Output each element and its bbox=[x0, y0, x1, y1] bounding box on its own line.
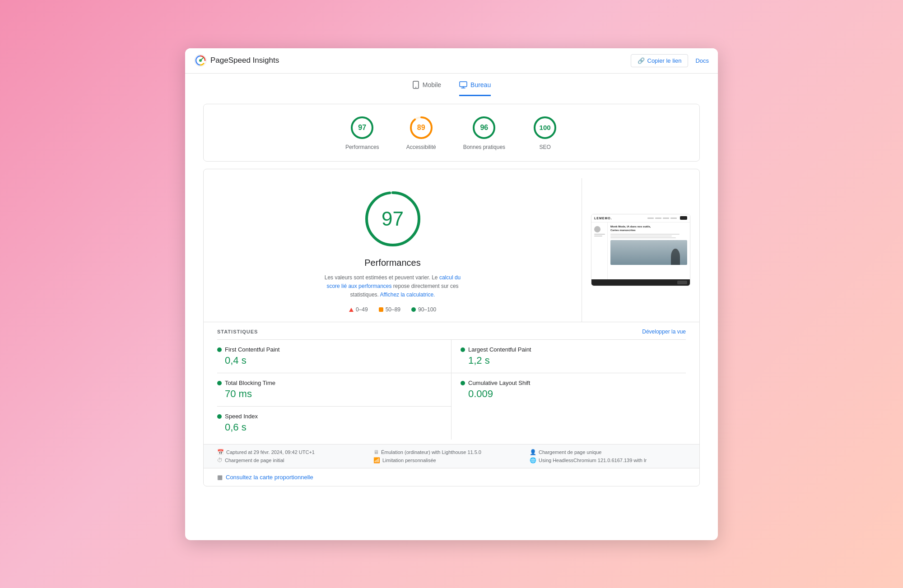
score-label-seo: SEO bbox=[539, 144, 550, 150]
site-author-lines bbox=[594, 234, 605, 236]
tab-mobile-label: Mobile bbox=[423, 81, 441, 88]
calendar-icon: 📅 bbox=[217, 449, 224, 455]
author-line-2 bbox=[594, 236, 602, 236]
stats-title: STATISTIQUES bbox=[217, 329, 258, 334]
stat-cls-label-row: Cumulative Layout Shift bbox=[461, 380, 686, 386]
score-value-seo: 100 bbox=[540, 124, 551, 131]
mobile-icon bbox=[412, 81, 419, 89]
score-circle-seo: 100 bbox=[532, 115, 558, 140]
author-line-1 bbox=[594, 234, 605, 235]
svg-point-4 bbox=[415, 87, 416, 88]
docs-button[interactable]: Docs bbox=[695, 57, 709, 64]
stat-tbt-label-row: Total Blocking Time bbox=[217, 380, 442, 386]
stat-tbt: Total Blocking Time 70 ms bbox=[217, 373, 452, 406]
site-main: Monk Mode, IA dans nos outils,Cartes man… bbox=[608, 222, 690, 279]
bottom-spacer bbox=[185, 486, 718, 495]
clock-icon: ⏱ bbox=[217, 457, 223, 463]
stat-fcp-label-row: First Contentful Paint bbox=[217, 346, 442, 353]
perf-title: Performances bbox=[364, 258, 421, 268]
scores-card: 97 Performances 89 Accessibilité bbox=[203, 104, 700, 162]
meta-load-type: 👤 Chargement de page unique bbox=[530, 449, 686, 455]
stat-si-dot bbox=[217, 414, 222, 419]
stat-si: Speed Index 0,6 s bbox=[217, 406, 452, 440]
copy-link-button[interactable]: 🔗 Copier le lien bbox=[631, 54, 689, 67]
nav-link-1 bbox=[647, 218, 654, 219]
legend-green: 90–100 bbox=[411, 306, 436, 313]
meta-page-load-text: Chargement de page initial bbox=[225, 458, 284, 463]
legend-red-label: 0–49 bbox=[356, 306, 368, 313]
score-seo[interactable]: 100 SEO bbox=[532, 115, 558, 150]
site-sidebar bbox=[591, 222, 608, 279]
treemap-link[interactable]: Consultez la carte proportionnelle bbox=[226, 474, 313, 481]
copy-link-label: Copier le lien bbox=[647, 57, 682, 64]
tab-mobile[interactable]: Mobile bbox=[412, 81, 441, 97]
app-title: PageSpeed Insights bbox=[210, 56, 279, 65]
legend-orange: 50–89 bbox=[379, 306, 400, 313]
site-avatar bbox=[594, 226, 600, 232]
site-image-figure bbox=[671, 249, 680, 265]
detail-card: 97 Performances Les valeurs sont estimée… bbox=[203, 169, 700, 487]
stat-lcp-label-row: Largest Contentful Paint bbox=[461, 346, 686, 353]
score-circle-performances: 97 bbox=[349, 115, 375, 140]
meta-browser: 🌐 Using HeadlessChromium 121.0.6167.139 … bbox=[530, 457, 686, 463]
main-window: PageSpeed Insights 🔗 Copier le lien Docs… bbox=[185, 48, 718, 540]
meta-network: 📶 Limitation personnalisée bbox=[373, 457, 530, 463]
pagespeed-logo-icon bbox=[194, 54, 207, 67]
site-image bbox=[610, 240, 687, 265]
score-circle-bonnes-pratiques: 96 bbox=[471, 115, 497, 140]
stats-grid: First Contentful Paint 0,4 s Largest Con… bbox=[217, 339, 686, 440]
score-performances[interactable]: 97 Performances bbox=[345, 115, 379, 150]
monitor-icon: 🖥 bbox=[373, 449, 379, 455]
stat-tbt-dot bbox=[217, 381, 222, 385]
score-bonnes-pratiques[interactable]: 96 Bonnes pratiques bbox=[463, 115, 505, 150]
tab-bureau[interactable]: Bureau bbox=[459, 81, 491, 96]
meta-page-load: ⏱ Chargement de page initial bbox=[217, 457, 373, 463]
score-value-accessibilite: 89 bbox=[417, 124, 425, 132]
green-dot-icon bbox=[411, 307, 416, 312]
site-footer-btn bbox=[677, 281, 687, 284]
perf-description: Les valeurs sont estimées et peuvent var… bbox=[321, 273, 465, 300]
site-logo: LEMEMO. bbox=[594, 217, 612, 220]
tabs-bar: Mobile Bureau bbox=[185, 74, 718, 97]
site-footer bbox=[591, 279, 690, 286]
header-actions: 🔗 Copier le lien Docs bbox=[631, 54, 709, 67]
content-area[interactable]: Mobile Bureau 97 bbox=[185, 74, 718, 540]
big-score-circle: 97 bbox=[361, 187, 424, 250]
site-nav-cta-btn bbox=[680, 216, 687, 220]
detail-top: 97 Performances Les valeurs sont estimée… bbox=[204, 178, 699, 322]
meta-load-type-text: Chargement de page unique bbox=[539, 449, 601, 455]
expand-button[interactable]: Développer la vue bbox=[642, 329, 686, 335]
meta-browser-text: Using HeadlessChromium 121.0.6167.139 wi… bbox=[539, 458, 647, 463]
logo-area: PageSpeed Insights bbox=[194, 54, 279, 67]
nav-link-3 bbox=[663, 218, 669, 219]
user-icon: 👤 bbox=[530, 449, 536, 455]
treemap-icon: ▦ bbox=[217, 474, 223, 481]
stat-tbt-label: Total Blocking Time bbox=[225, 380, 275, 386]
red-triangle-icon bbox=[349, 308, 354, 312]
calculator-link[interactable]: Affichez la calculatrice. bbox=[380, 292, 435, 298]
svg-rect-5 bbox=[460, 82, 467, 87]
big-score-value: 97 bbox=[382, 208, 404, 230]
score-circle-accessibilite: 89 bbox=[409, 115, 434, 140]
globe-icon: 🌐 bbox=[530, 457, 536, 463]
text-line-3 bbox=[610, 237, 676, 238]
meta-emulation-text: Émulation (ordinateur) with Lighthouse 1… bbox=[381, 449, 481, 455]
desktop-icon bbox=[459, 81, 467, 88]
legend-red: 0–49 bbox=[349, 306, 368, 313]
text-line-2 bbox=[610, 236, 672, 236]
signal-icon: 📶 bbox=[373, 457, 380, 463]
stat-cls: Cumulative Layout Shift 0.009 bbox=[452, 373, 686, 406]
stat-fcp-label: First Contentful Paint bbox=[225, 346, 279, 353]
text-line-1 bbox=[610, 234, 680, 235]
header: PageSpeed Insights 🔗 Copier le lien Docs bbox=[185, 48, 718, 74]
stat-cls-value: 0.009 bbox=[468, 388, 686, 400]
bottom-link-section: ▦ Consultez la carte proportionnelle bbox=[204, 468, 699, 486]
stat-lcp-dot bbox=[461, 347, 465, 352]
stat-lcp: Largest Contentful Paint 1,2 s bbox=[452, 339, 686, 373]
meta-network-text: Limitation personnalisée bbox=[382, 458, 436, 463]
stat-fcp: First Contentful Paint 0,4 s bbox=[217, 339, 452, 373]
stat-si-label: Speed Index bbox=[225, 413, 258, 420]
stat-lcp-label: Largest Contentful Paint bbox=[468, 346, 531, 353]
score-accessibilite[interactable]: 89 Accessibilité bbox=[406, 115, 436, 150]
legend-orange-label: 50–89 bbox=[386, 306, 400, 313]
